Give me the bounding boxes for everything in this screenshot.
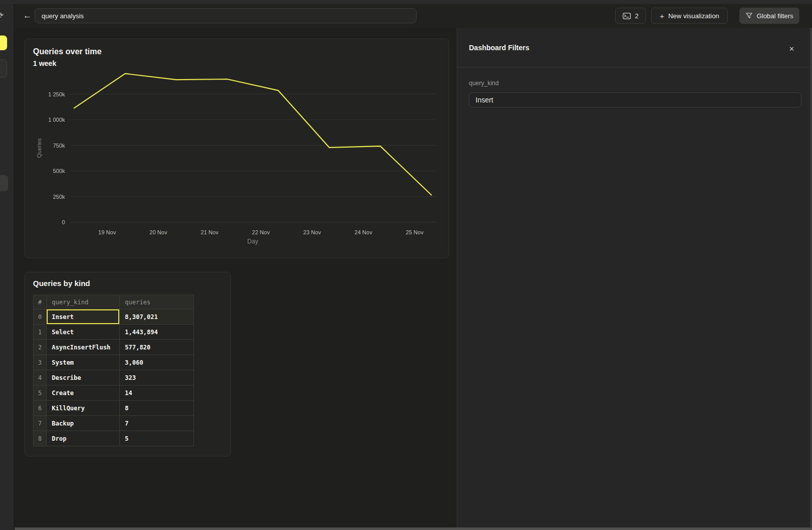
x-axis-tick-label: 20 Nov: [150, 229, 167, 235]
queries-cell[interactable]: 5: [120, 431, 194, 446]
queries-cell[interactable]: 323: [120, 370, 194, 385]
queries-cell[interactable]: 577,820: [120, 340, 194, 355]
query-kind-filter-input[interactable]: [469, 92, 801, 108]
query-kind-cell[interactable]: AsyncInsertFlush: [47, 340, 120, 355]
rail-item-1[interactable]: [0, 59, 7, 78]
row-index-cell: 8: [33, 431, 47, 446]
horizontal-scrollbar[interactable]: [15, 527, 812, 530]
y-axis-tick-label: 1 000k: [48, 117, 65, 123]
column-header-query-kind[interactable]: query_kind: [47, 295, 120, 309]
y-axis-tick-label: 1 250k: [48, 91, 65, 97]
new-visualization-label: New visualization: [668, 12, 719, 20]
queries-cell[interactable]: 14: [120, 385, 194, 401]
column-header-queries[interactable]: queries: [120, 295, 194, 309]
table-row: 5Create14: [33, 385, 194, 401]
query-kind-cell[interactable]: Drop: [47, 431, 120, 446]
queries-cell[interactable]: 8: [120, 401, 194, 416]
table-row: 7Backup7: [33, 416, 194, 431]
filters-panel-header: Dashboard Filters ✕: [457, 28, 812, 67]
dashboard-canvas: Queries over time 1 week 0250k500k750k1 …: [15, 28, 457, 528]
row-index-cell: 7: [33, 416, 47, 431]
queries-by-kind-table: # query_kind queries 0Insert8,307,0211Se…: [33, 295, 194, 446]
queries-cell[interactable]: 1,443,894: [120, 325, 194, 340]
x-axis-title: Day: [247, 238, 258, 245]
refresh-icon[interactable]: ⟳: [0, 10, 4, 21]
queries-cell[interactable]: 3,060: [120, 355, 194, 370]
column-header-index[interactable]: #: [33, 295, 47, 309]
y-axis-tick-label: 0: [62, 219, 65, 225]
console-count: 2: [635, 12, 638, 20]
row-index-cell: 2: [33, 340, 47, 355]
chart-line-queries: [74, 74, 431, 195]
query-kind-cell[interactable]: KillQuery: [47, 401, 120, 416]
topbar: ← 2 + New visualization Global filters: [15, 4, 812, 28]
filters-panel-title: Dashboard Filters: [469, 44, 529, 52]
left-rail: ⟳: [0, 4, 14, 530]
vertical-scrollbar-track[interactable]: [810, 28, 812, 528]
queries-cell[interactable]: 7: [120, 416, 194, 431]
rail-swatch-yellow[interactable]: [0, 36, 7, 50]
table-row: 3System3,060: [33, 355, 194, 370]
x-axis-tick-label: 24 Nov: [355, 229, 373, 235]
console-icon: [623, 13, 631, 19]
query-kind-cell[interactable]: Backup: [47, 416, 120, 431]
x-axis-tick-label: 19 Nov: [98, 229, 116, 235]
rail-item-2[interactable]: [0, 175, 8, 191]
queries-line-chart[interactable]: 0250k500k750k1 000k1 250k19 Nov20 Nov21 …: [25, 39, 450, 259]
x-axis-tick-label: 25 Nov: [406, 229, 424, 235]
table-row: 0Insert8,307,021: [33, 309, 194, 325]
queries-cell[interactable]: 8,307,021: [120, 309, 194, 325]
x-axis-tick-label: 22 Nov: [252, 229, 270, 235]
query-kind-cell[interactable]: Describe: [47, 370, 120, 385]
global-filters-label: Global filters: [757, 12, 793, 20]
query-kind-cell[interactable]: Select: [47, 325, 120, 340]
x-axis-tick-label: 21 Nov: [201, 229, 219, 235]
funnel-icon: [746, 12, 753, 19]
row-index-cell: 0: [33, 309, 47, 325]
window-top-strip: [0, 0, 812, 4]
global-filters-button[interactable]: Global filters: [739, 8, 799, 24]
new-visualization-button[interactable]: + New visualization: [651, 8, 728, 24]
row-index-cell: 4: [33, 370, 47, 385]
table-title: Queries by kind: [33, 279, 90, 288]
y-axis-tick-label: 750k: [53, 143, 65, 149]
back-button[interactable]: ←: [21, 8, 34, 23]
table-row: 4Describe323: [33, 370, 194, 385]
table-row: 8Drop5: [33, 431, 194, 446]
y-axis-tick-label: 250k: [53, 194, 65, 200]
table-row: 1Select1,443,894: [33, 325, 194, 340]
x-axis-tick-label: 23 Nov: [303, 229, 321, 235]
query-kind-cell[interactable]: Insert: [47, 309, 120, 325]
console-count-button[interactable]: 2: [615, 8, 646, 24]
y-axis-tick-label: 500k: [53, 168, 65, 174]
close-icon[interactable]: ✕: [785, 42, 798, 55]
row-index-cell: 3: [33, 355, 47, 370]
table-card-queries-by-kind: Queries by kind # query_kind queries 0In…: [24, 272, 231, 456]
query-kind-cell[interactable]: Create: [47, 385, 120, 401]
row-index-cell: 1: [33, 325, 47, 340]
dashboard-title-input[interactable]: [35, 8, 417, 23]
plus-icon: +: [660, 12, 664, 20]
row-index-cell: 6: [33, 401, 47, 416]
y-axis-title: Queries: [36, 138, 42, 158]
chart-card-queries-over-time: Queries over time 1 week 0250k500k750k1 …: [24, 39, 449, 258]
query-kind-cell[interactable]: System: [47, 355, 120, 370]
dashboard-filters-panel: Dashboard Filters ✕ query_kind: [457, 28, 812, 528]
filter-field-label: query_kind: [469, 80, 499, 87]
row-index-cell: 5: [33, 385, 47, 401]
table-row: 6KillQuery8: [33, 401, 194, 416]
table-header-row: # query_kind queries: [33, 295, 194, 309]
app-root: ⟳ ← 2 + New visualization Global filters: [0, 0, 812, 530]
table-row: 2AsyncInsertFlush577,820: [33, 340, 194, 355]
